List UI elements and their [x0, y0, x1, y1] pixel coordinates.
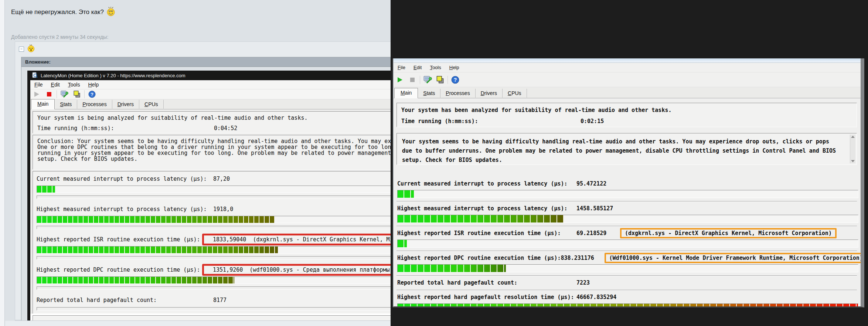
latency-bar-track — [37, 246, 391, 254]
menu-item-edit[interactable]: Edit — [409, 63, 426, 72]
toolbar-separator — [57, 90, 57, 98]
menu-item-tools[interactable]: Tools — [64, 80, 84, 89]
stop-button[interactable] — [406, 75, 419, 85]
row-driver: (Wdf01000.sys - Kernel Mode Driver Frame… — [609, 255, 863, 261]
svg-text:?: ? — [91, 92, 93, 97]
row-value: 46667.835294 — [576, 294, 620, 300]
menu-item-edit[interactable]: Edit — [47, 80, 64, 89]
latency-bar-track — [397, 190, 858, 198]
conclusion-line: One or more DPC routines that belong to … — [37, 144, 391, 150]
tab-stats[interactable]: Stats — [55, 100, 77, 109]
toolbar: ? — [394, 72, 861, 87]
latency-bar-track — [397, 303, 858, 308]
spike-windows-button[interactable] — [71, 89, 83, 99]
help-button[interactable]: ? — [86, 89, 98, 99]
time-running-label: Time running (h:mm:ss): — [401, 118, 581, 125]
row-label: Reported total hard pagefault count: — [37, 297, 213, 303]
menu-item-help[interactable]: Help — [445, 63, 463, 72]
measurement-row-pagefault-count: Reported total hard pagefault count: 722… — [396, 275, 857, 290]
measurement-row-current-latency: Current measured interrupt to process la… — [396, 177, 857, 201]
smiley-crazy-icon — [106, 11, 116, 18]
post-text: Ещё не перегружался. Это как? — [11, 7, 116, 18]
measurement-row-dpc: Highest reported DPC routine execution t… — [396, 251, 857, 275]
row-label: Current measured interrupt to process la… — [397, 180, 576, 187]
play-button[interactable] — [30, 89, 43, 99]
row-label: Highest reported ISR routine execution t… — [37, 236, 213, 243]
red-annotation-box: 1351,9260 (wdf01000.sys - Среда выполнен… — [202, 264, 391, 276]
measurements-panel: Current measured interrupt to process la… — [33, 171, 391, 314]
spoiler-quote-box: − Вложение: LatencyMon (Home Edition ) v… — [15, 41, 391, 320]
row-label: Highest measured interrupt to process la… — [37, 206, 213, 213]
conclusion-scrollbar[interactable] — [850, 135, 855, 163]
tab-main[interactable]: Main — [394, 88, 418, 98]
app-area: File Edit Tools Help ? — [30, 80, 391, 322]
latency-bar-track — [37, 216, 391, 223]
tab-processes[interactable]: Processes — [77, 100, 112, 109]
row-driver: (dxgkrnl.sys - DirectX Graphics Kernel, … — [625, 230, 832, 237]
analyze-button[interactable] — [58, 89, 71, 99]
tab-main[interactable]: Main — [31, 99, 55, 109]
row-groove — [37, 286, 391, 290]
menu-item-tools[interactable]: Tools — [426, 63, 445, 72]
post-footer-strip — [5, 321, 391, 326]
conclusion-line: setup. Check for BIOS updates. — [37, 156, 391, 162]
desktop-background: File Edit Tools Help ? Main Stats Proces… — [391, 0, 868, 326]
latency-bar-fill — [398, 240, 407, 247]
row-value: 838.231176 — [561, 255, 605, 261]
row-groove — [37, 256, 391, 259]
title-bar-sliver — [394, 58, 861, 63]
analyze-button[interactable] — [421, 75, 434, 85]
row-value: 69.218529 — [576, 230, 620, 237]
menu-item-help[interactable]: Help — [84, 80, 103, 89]
menu-item-file[interactable]: File — [394, 63, 409, 72]
help-button[interactable]: ? — [449, 75, 462, 85]
scroll-down-icon[interactable] — [851, 160, 855, 162]
row-value: 7223 — [576, 279, 620, 286]
analysis-status-text: Your system has been analyzed for suitab… — [401, 107, 852, 113]
latency-bar-fill — [37, 186, 55, 193]
tab-processes[interactable]: Processes — [440, 89, 475, 98]
row-driver: (dxgkrnl.sys - DirectX Graphics Kernel, … — [253, 236, 391, 243]
row-value: 87,20 — [213, 176, 230, 182]
menu-item-file[interactable]: File — [30, 80, 47, 89]
conclusion-line: setup. Check for BIOS updates. — [402, 156, 851, 165]
title-bar: LatencyMon (Home Edition ) v 7.20 - http… — [30, 71, 391, 80]
collapse-icon[interactable]: − — [19, 47, 24, 52]
tab-cpus[interactable]: CPUs — [139, 100, 164, 109]
measurement-row-isr: Highest reported ISR routine execution t… — [37, 232, 391, 262]
measurements-area: Current measured interrupt to process la… — [396, 177, 857, 308]
measurement-row-pagefaults: Reported total hard pagefault count: 817… — [37, 293, 391, 313]
tab-bar: Main Stats Processes Drivers CPUs — [30, 99, 391, 109]
row-label: Highest reported hard pagefault resoluti… — [397, 294, 576, 300]
scroll-up-icon[interactable] — [851, 136, 855, 138]
latency-bar-track — [37, 276, 391, 284]
post-text-content: Ещё не перегружался. Это как? — [11, 9, 104, 16]
row-label: Reported total hard pagefault count: — [397, 279, 576, 286]
measurement-row-highest-latency: Highest measured interrupt to process la… — [396, 201, 857, 226]
window-title: LatencyMon (Home Edition ) v 7.20 - http… — [41, 73, 185, 78]
latency-bar-track — [397, 240, 858, 248]
conclusion-panel: Conclusion: Your system seems to be havi… — [33, 135, 391, 170]
tab-drivers[interactable]: Drivers — [112, 100, 139, 109]
main-tab-content: Your system is being analyzed for suitab… — [30, 109, 391, 313]
stop-button[interactable] — [43, 89, 55, 99]
row-value: 95.472122 — [576, 180, 620, 187]
spoiler-header: − — [15, 42, 391, 55]
added-after-note: Добавлено спустя 2 минуты 34 секунды: — [11, 34, 108, 40]
latency-bar-track — [397, 264, 858, 272]
play-button[interactable] — [394, 75, 406, 85]
row-groove — [37, 226, 391, 229]
tab-stats[interactable]: Stats — [418, 89, 440, 98]
time-running-value: 0:02:15 — [581, 118, 604, 125]
spike-windows-button[interactable] — [434, 75, 446, 85]
empty-bar-track — [37, 307, 391, 310]
conclusion-line: due to buffer underruns. One problem may… — [402, 146, 851, 156]
orange-annotation-box: (dxgkrnl.sys - DirectX Graphics Kernel, … — [620, 228, 837, 238]
measurement-row-highest-latency: Highest measured interrupt to process la… — [37, 202, 391, 232]
main-tab-content: Your system has been analyzed for suitab… — [394, 98, 861, 308]
tab-drivers[interactable]: Drivers — [476, 89, 503, 98]
latency-bar-track — [37, 186, 391, 193]
forum-post-panel: Ещё не перегружался. Это как? Добавлено … — [0, 0, 391, 326]
tab-cpus[interactable]: CPUs — [503, 89, 527, 98]
row-label: Highest measured interrupt to process la… — [397, 205, 576, 212]
